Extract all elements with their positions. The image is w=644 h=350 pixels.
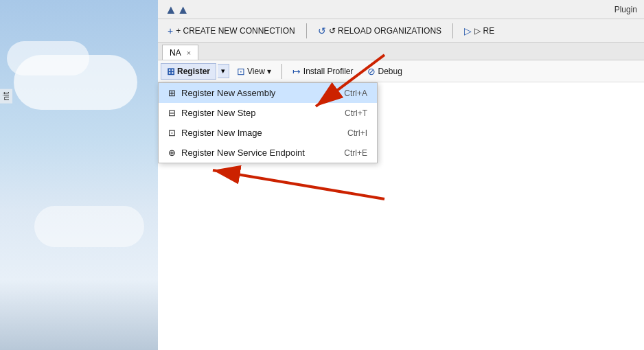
register-dropdown-menu: ⊞ Register New Assembly Ctrl+A ⊟ Registe… [158,82,378,163]
debug-button[interactable]: ⊘ Debug [361,63,409,80]
register-image-shortcut: Ctrl+I [347,128,367,138]
install-icon: ↦ [292,66,301,77]
cloud-decoration [34,206,144,247]
register-image-icon: ⊡ [168,128,176,138]
left-panel-label: nit [0,89,12,104]
toolbar-separator-2 [452,23,453,38]
tab-bar: NA × [158,43,644,60]
register-icon: ⊞ [167,66,175,77]
register-assembly-icon: ⊞ [168,88,176,98]
view-icon: ⊡ [237,66,245,77]
register-dropdown-arrow[interactable]: ▾ [218,64,229,78]
register-endpoint-label: Register New Service Endpoint [181,148,305,158]
register-step-shortcut: Ctrl+T [345,108,367,118]
reload-label: ↺ RELOAD ORGANIZATIONS [329,26,441,36]
register-new-image-item[interactable]: ⊡ Register New Image Ctrl+I [159,123,377,143]
app-logo: ▲▲ [165,3,189,17]
title-bar: ▲▲ Plugin [158,0,644,19]
main-toolbar: + + CREATE NEW CONNECTION ↺ ↺ RELOAD ORG… [158,19,644,43]
tab-na[interactable]: NA × [162,45,198,60]
create-connection-label: + CREATE NEW CONNECTION [176,26,295,36]
register-toolbar: ⊞ Register ▾ ⊡ View ▾ ↦ Install Profiler… [158,60,644,82]
view-button[interactable]: ⊡ View ▾ [231,63,277,80]
install-profiler-button[interactable]: ↦ Install Profiler [286,63,360,80]
toolbar-separator [306,23,307,38]
view-label: View [247,67,265,76]
create-connection-button[interactable]: + + CREATE NEW CONNECTION [162,23,301,38]
register-assembly-shortcut: Ctrl+A [344,89,367,98]
reload-organizations-button[interactable]: ↺ ↺ RELOAD ORGANIZATIONS [312,23,447,38]
view-arrow: ▾ [267,67,271,76]
register-assembly-label: Register New Assembly [181,88,275,98]
debug-label: Debug [378,67,402,76]
tab-close-button[interactable]: × [187,49,191,57]
main-area: ▲▲ Plugin + + CREATE NEW CONNECTION ↺ ↺ … [158,0,644,350]
rep-label: ▷ RE [474,26,494,36]
install-profiler-label: Install Profiler [303,67,354,76]
register-label: Register [177,67,210,76]
arrow-icon: ▾ [221,67,225,75]
register-endpoint-icon: ⊕ [168,148,176,158]
rep-button[interactable]: ▷ ▷ RE [459,23,500,38]
cloud-decoration [7,41,89,75]
register-endpoint-shortcut: Ctrl+E [344,148,367,158]
rep-icon: ▷ [464,25,472,36]
register-image-label: Register New Image [181,128,262,138]
register-button[interactable]: ⊞ Register [161,63,216,80]
register-separator [281,64,282,79]
debug-icon: ⊘ [367,66,376,77]
tab-label: NA [170,48,181,58]
title-bar-text: Plugin [614,5,637,14]
register-step-label: Register New Step [181,108,255,118]
plus-icon: + [168,25,173,36]
reload-icon: ↺ [318,25,326,36]
register-new-service-endpoint-item[interactable]: ⊕ Register New Service Endpoint Ctrl+E [159,143,377,163]
register-new-assembly-item[interactable]: ⊞ Register New Assembly Ctrl+A [159,83,377,103]
register-step-icon: ⊟ [168,108,176,118]
background-sky [0,0,158,350]
register-new-step-item[interactable]: ⊟ Register New Step Ctrl+T [159,103,377,123]
